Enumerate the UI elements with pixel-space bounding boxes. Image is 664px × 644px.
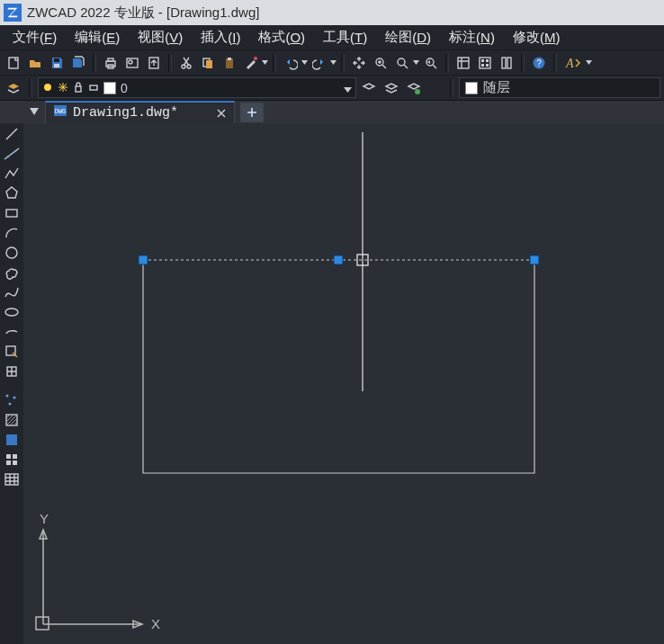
svg-rect-0 bbox=[9, 58, 18, 68]
dropdown-arrow-icon[interactable] bbox=[301, 53, 308, 73]
region-tool-icon[interactable] bbox=[2, 451, 22, 469]
insert-block-icon[interactable] bbox=[2, 343, 22, 361]
rectangle-tool-icon[interactable] bbox=[2, 204, 22, 222]
new-tab-button[interactable] bbox=[240, 103, 264, 122]
document-tab-name: Drawing1.dwg* bbox=[73, 105, 178, 121]
plot-preview-icon[interactable] bbox=[122, 53, 142, 73]
revcloud-tool-icon[interactable] bbox=[2, 264, 22, 282]
svg-point-44 bbox=[13, 397, 16, 399]
line-tool-icon[interactable] bbox=[2, 125, 22, 143]
arc-tool-icon[interactable] bbox=[2, 224, 22, 242]
svg-rect-53 bbox=[5, 474, 18, 485]
layer-manager-icon[interactable] bbox=[4, 78, 23, 98]
close-icon[interactable] bbox=[216, 108, 227, 119]
chevron-down-icon bbox=[344, 81, 352, 95]
layer-combo[interactable]: 0 bbox=[38, 77, 356, 98]
dropdown-arrow-icon[interactable] bbox=[412, 53, 419, 73]
cut-icon[interactable] bbox=[176, 53, 196, 73]
canvas-svg: X Y bbox=[23, 123, 664, 644]
tab-menu-icon[interactable] bbox=[25, 101, 43, 123]
layer-on-icon bbox=[42, 81, 53, 95]
color-combo[interactable]: 随层 bbox=[459, 77, 660, 98]
svg-rect-24 bbox=[486, 64, 489, 67]
svg-rect-49 bbox=[6, 454, 11, 459]
svg-point-30 bbox=[44, 84, 51, 91]
draw-palette bbox=[0, 123, 24, 644]
svg-point-9 bbox=[182, 65, 185, 68]
toolbar-separator bbox=[521, 54, 525, 72]
spline-tool-icon[interactable] bbox=[2, 283, 22, 301]
dropdown-arrow-icon[interactable] bbox=[329, 53, 336, 73]
svg-point-7 bbox=[129, 60, 132, 64]
make-block-icon[interactable] bbox=[2, 362, 22, 380]
print-icon[interactable] bbox=[101, 53, 121, 73]
layer-color-swatch bbox=[103, 82, 116, 94]
layer-state-icon[interactable] bbox=[404, 78, 424, 98]
menu-dim[interactable]: 标注(N) bbox=[440, 25, 504, 49]
svg-rect-55 bbox=[334, 255, 343, 264]
menu-format[interactable]: 格式(O) bbox=[249, 25, 314, 49]
svg-rect-38 bbox=[6, 210, 17, 217]
svg-rect-22 bbox=[486, 59, 489, 62]
drawing-canvas[interactable]: X Y bbox=[23, 123, 664, 644]
menu-draw[interactable]: 绘图(D) bbox=[376, 25, 440, 49]
ucs-y-label: Y bbox=[40, 511, 49, 526]
menu-tools[interactable]: 工具(T) bbox=[314, 25, 376, 49]
current-layer-name: 0 bbox=[121, 81, 128, 95]
help-icon[interactable]: ? bbox=[529, 53, 549, 73]
svg-rect-54 bbox=[139, 255, 148, 264]
ellipse-tool-icon[interactable] bbox=[2, 303, 22, 321]
polygon-tool-icon[interactable] bbox=[2, 184, 22, 202]
svg-rect-52 bbox=[13, 461, 17, 465]
svg-rect-47 bbox=[6, 434, 17, 445]
redo-icon[interactable] bbox=[310, 53, 329, 73]
menu-view[interactable]: 视图(V) bbox=[129, 25, 192, 49]
menu-edit[interactable]: 编辑(E) bbox=[66, 25, 129, 49]
hatch-tool-icon[interactable] bbox=[2, 411, 22, 429]
svg-rect-21 bbox=[481, 59, 484, 62]
layer-prev-icon[interactable] bbox=[359, 78, 379, 98]
dropdown-arrow-icon[interactable] bbox=[261, 53, 268, 73]
saveall-icon[interactable] bbox=[68, 53, 88, 73]
svg-text:DWG: DWG bbox=[55, 108, 67, 115]
paste-icon[interactable] bbox=[220, 53, 239, 73]
new-file-icon[interactable] bbox=[4, 53, 23, 73]
undo-icon[interactable] bbox=[281, 53, 301, 73]
match-icon[interactable] bbox=[241, 53, 261, 73]
xline-tool-icon[interactable] bbox=[2, 145, 22, 163]
layer-toolbar: 0 随层 bbox=[0, 76, 664, 101]
toolbar-separator bbox=[29, 79, 32, 97]
document-tabs: DWG Drawing1.dwg* bbox=[0, 101, 664, 124]
publish-icon[interactable] bbox=[144, 53, 164, 73]
ellipse-arc-tool-icon[interactable] bbox=[2, 323, 22, 341]
properties-icon[interactable] bbox=[453, 53, 473, 73]
design-center-icon[interactable] bbox=[475, 53, 495, 73]
toolbar-separator bbox=[168, 54, 172, 72]
svg-rect-19 bbox=[458, 58, 469, 68]
standard-toolbar: ? A bbox=[0, 50, 664, 76]
save-icon[interactable] bbox=[47, 53, 67, 73]
menu-file[interactable]: 文件(F) bbox=[4, 25, 66, 49]
text-style-icon[interactable]: A bbox=[561, 53, 585, 73]
menu-modify[interactable]: 修改(M) bbox=[504, 25, 570, 49]
svg-rect-31 bbox=[76, 86, 81, 92]
gradient-tool-icon[interactable] bbox=[2, 431, 22, 449]
table-tool-icon[interactable] bbox=[2, 470, 22, 488]
polyline-tool-icon[interactable] bbox=[2, 165, 22, 183]
svg-text:A: A bbox=[565, 57, 574, 70]
tool-palettes-icon[interactable] bbox=[497, 53, 516, 73]
dropdown-arrow-icon[interactable] bbox=[585, 53, 592, 73]
document-tab[interactable]: DWG Drawing1.dwg* bbox=[45, 101, 235, 123]
svg-rect-12 bbox=[206, 60, 212, 68]
menu-insert[interactable]: 插入(I) bbox=[192, 25, 249, 49]
pan-icon[interactable] bbox=[349, 53, 369, 73]
zoom-previous-icon[interactable] bbox=[421, 53, 441, 73]
svg-rect-14 bbox=[228, 58, 231, 60]
circle-tool-icon[interactable] bbox=[2, 244, 22, 262]
point-tool-icon[interactable] bbox=[2, 391, 22, 409]
open-icon[interactable] bbox=[25, 53, 45, 73]
layer-iso-icon[interactable] bbox=[381, 78, 401, 98]
copy-icon[interactable] bbox=[198, 53, 218, 73]
zoom-realtime-icon[interactable] bbox=[371, 53, 390, 73]
zoom-window-icon[interactable] bbox=[392, 53, 412, 73]
